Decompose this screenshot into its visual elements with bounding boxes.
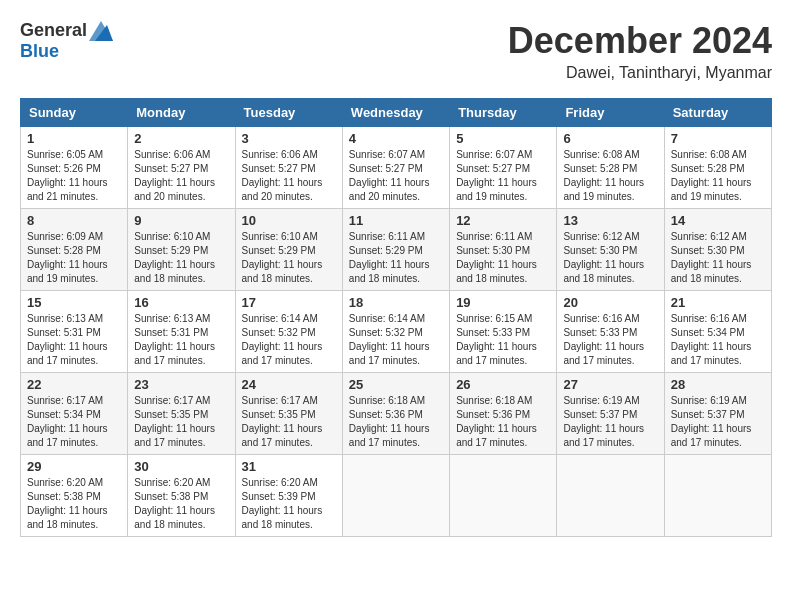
day-info: Sunrise: 6:12 AM Sunset: 5:30 PM Dayligh… <box>671 230 765 286</box>
calendar-header-monday: Monday <box>128 99 235 127</box>
day-number: 3 <box>242 131 336 146</box>
logo-icon <box>89 21 113 41</box>
day-number: 16 <box>134 295 228 310</box>
location-title: Dawei, Tanintharyi, Myanmar <box>508 64 772 82</box>
day-info: Sunrise: 6:07 AM Sunset: 5:27 PM Dayligh… <box>456 148 550 204</box>
day-number: 7 <box>671 131 765 146</box>
day-info: Sunrise: 6:18 AM Sunset: 5:36 PM Dayligh… <box>456 394 550 450</box>
day-number: 30 <box>134 459 228 474</box>
calendar: SundayMondayTuesdayWednesdayThursdayFrid… <box>20 98 772 537</box>
day-info: Sunrise: 6:12 AM Sunset: 5:30 PM Dayligh… <box>563 230 657 286</box>
calendar-cell: 23Sunrise: 6:17 AM Sunset: 5:35 PM Dayli… <box>128 373 235 455</box>
day-info: Sunrise: 6:16 AM Sunset: 5:33 PM Dayligh… <box>563 312 657 368</box>
calendar-cell: 22Sunrise: 6:17 AM Sunset: 5:34 PM Dayli… <box>21 373 128 455</box>
calendar-cell: 17Sunrise: 6:14 AM Sunset: 5:32 PM Dayli… <box>235 291 342 373</box>
calendar-week-row: 8Sunrise: 6:09 AM Sunset: 5:28 PM Daylig… <box>21 209 772 291</box>
day-number: 15 <box>27 295 121 310</box>
calendar-cell: 4Sunrise: 6:07 AM Sunset: 5:27 PM Daylig… <box>342 127 449 209</box>
calendar-week-row: 22Sunrise: 6:17 AM Sunset: 5:34 PM Dayli… <box>21 373 772 455</box>
calendar-cell <box>664 455 771 537</box>
calendar-cell: 26Sunrise: 6:18 AM Sunset: 5:36 PM Dayli… <box>450 373 557 455</box>
calendar-cell: 20Sunrise: 6:16 AM Sunset: 5:33 PM Dayli… <box>557 291 664 373</box>
title-area: December 2024 Dawei, Tanintharyi, Myanma… <box>508 20 772 82</box>
day-info: Sunrise: 6:17 AM Sunset: 5:35 PM Dayligh… <box>242 394 336 450</box>
day-number: 8 <box>27 213 121 228</box>
day-info: Sunrise: 6:19 AM Sunset: 5:37 PM Dayligh… <box>671 394 765 450</box>
calendar-cell: 13Sunrise: 6:12 AM Sunset: 5:30 PM Dayli… <box>557 209 664 291</box>
day-info: Sunrise: 6:16 AM Sunset: 5:34 PM Dayligh… <box>671 312 765 368</box>
day-info: Sunrise: 6:17 AM Sunset: 5:35 PM Dayligh… <box>134 394 228 450</box>
calendar-cell: 6Sunrise: 6:08 AM Sunset: 5:28 PM Daylig… <box>557 127 664 209</box>
calendar-cell: 10Sunrise: 6:10 AM Sunset: 5:29 PM Dayli… <box>235 209 342 291</box>
day-number: 9 <box>134 213 228 228</box>
day-number: 20 <box>563 295 657 310</box>
day-number: 28 <box>671 377 765 392</box>
logo-blue-text: Blue <box>20 41 59 62</box>
day-info: Sunrise: 6:10 AM Sunset: 5:29 PM Dayligh… <box>134 230 228 286</box>
day-number: 12 <box>456 213 550 228</box>
day-number: 2 <box>134 131 228 146</box>
day-number: 5 <box>456 131 550 146</box>
calendar-cell: 28Sunrise: 6:19 AM Sunset: 5:37 PM Dayli… <box>664 373 771 455</box>
day-number: 23 <box>134 377 228 392</box>
header: General Blue December 2024 Dawei, Tanint… <box>20 20 772 82</box>
day-info: Sunrise: 6:14 AM Sunset: 5:32 PM Dayligh… <box>242 312 336 368</box>
calendar-cell: 7Sunrise: 6:08 AM Sunset: 5:28 PM Daylig… <box>664 127 771 209</box>
logo-general-text: General <box>20 20 87 41</box>
calendar-cell <box>342 455 449 537</box>
day-number: 14 <box>671 213 765 228</box>
calendar-cell <box>557 455 664 537</box>
calendar-cell: 24Sunrise: 6:17 AM Sunset: 5:35 PM Dayli… <box>235 373 342 455</box>
day-number: 6 <box>563 131 657 146</box>
day-number: 26 <box>456 377 550 392</box>
day-info: Sunrise: 6:11 AM Sunset: 5:30 PM Dayligh… <box>456 230 550 286</box>
calendar-cell: 12Sunrise: 6:11 AM Sunset: 5:30 PM Dayli… <box>450 209 557 291</box>
day-info: Sunrise: 6:06 AM Sunset: 5:27 PM Dayligh… <box>134 148 228 204</box>
day-info: Sunrise: 6:07 AM Sunset: 5:27 PM Dayligh… <box>349 148 443 204</box>
calendar-header-thursday: Thursday <box>450 99 557 127</box>
calendar-cell: 8Sunrise: 6:09 AM Sunset: 5:28 PM Daylig… <box>21 209 128 291</box>
day-number: 1 <box>27 131 121 146</box>
calendar-cell: 2Sunrise: 6:06 AM Sunset: 5:27 PM Daylig… <box>128 127 235 209</box>
day-number: 17 <box>242 295 336 310</box>
day-number: 29 <box>27 459 121 474</box>
calendar-cell: 19Sunrise: 6:15 AM Sunset: 5:33 PM Dayli… <box>450 291 557 373</box>
day-number: 11 <box>349 213 443 228</box>
day-info: Sunrise: 6:13 AM Sunset: 5:31 PM Dayligh… <box>27 312 121 368</box>
calendar-header-wednesday: Wednesday <box>342 99 449 127</box>
day-number: 27 <box>563 377 657 392</box>
day-info: Sunrise: 6:06 AM Sunset: 5:27 PM Dayligh… <box>242 148 336 204</box>
day-info: Sunrise: 6:20 AM Sunset: 5:39 PM Dayligh… <box>242 476 336 532</box>
day-info: Sunrise: 6:08 AM Sunset: 5:28 PM Dayligh… <box>671 148 765 204</box>
calendar-cell: 27Sunrise: 6:19 AM Sunset: 5:37 PM Dayli… <box>557 373 664 455</box>
day-number: 19 <box>456 295 550 310</box>
day-number: 22 <box>27 377 121 392</box>
calendar-cell: 1Sunrise: 6:05 AM Sunset: 5:26 PM Daylig… <box>21 127 128 209</box>
calendar-cell: 14Sunrise: 6:12 AM Sunset: 5:30 PM Dayli… <box>664 209 771 291</box>
calendar-cell: 29Sunrise: 6:20 AM Sunset: 5:38 PM Dayli… <box>21 455 128 537</box>
calendar-header-sunday: Sunday <box>21 99 128 127</box>
day-number: 4 <box>349 131 443 146</box>
calendar-week-row: 15Sunrise: 6:13 AM Sunset: 5:31 PM Dayli… <box>21 291 772 373</box>
calendar-cell: 3Sunrise: 6:06 AM Sunset: 5:27 PM Daylig… <box>235 127 342 209</box>
calendar-cell: 9Sunrise: 6:10 AM Sunset: 5:29 PM Daylig… <box>128 209 235 291</box>
day-number: 13 <box>563 213 657 228</box>
calendar-header-row: SundayMondayTuesdayWednesdayThursdayFrid… <box>21 99 772 127</box>
day-number: 24 <box>242 377 336 392</box>
day-info: Sunrise: 6:17 AM Sunset: 5:34 PM Dayligh… <box>27 394 121 450</box>
calendar-cell: 18Sunrise: 6:14 AM Sunset: 5:32 PM Dayli… <box>342 291 449 373</box>
day-info: Sunrise: 6:05 AM Sunset: 5:26 PM Dayligh… <box>27 148 121 204</box>
calendar-week-row: 1Sunrise: 6:05 AM Sunset: 5:26 PM Daylig… <box>21 127 772 209</box>
calendar-cell: 11Sunrise: 6:11 AM Sunset: 5:29 PM Dayli… <box>342 209 449 291</box>
day-info: Sunrise: 6:20 AM Sunset: 5:38 PM Dayligh… <box>134 476 228 532</box>
day-info: Sunrise: 6:10 AM Sunset: 5:29 PM Dayligh… <box>242 230 336 286</box>
calendar-header-friday: Friday <box>557 99 664 127</box>
day-number: 10 <box>242 213 336 228</box>
logo: General Blue <box>20 20 113 62</box>
calendar-cell: 15Sunrise: 6:13 AM Sunset: 5:31 PM Dayli… <box>21 291 128 373</box>
calendar-cell: 16Sunrise: 6:13 AM Sunset: 5:31 PM Dayli… <box>128 291 235 373</box>
day-number: 31 <box>242 459 336 474</box>
day-number: 21 <box>671 295 765 310</box>
calendar-cell <box>450 455 557 537</box>
day-info: Sunrise: 6:14 AM Sunset: 5:32 PM Dayligh… <box>349 312 443 368</box>
